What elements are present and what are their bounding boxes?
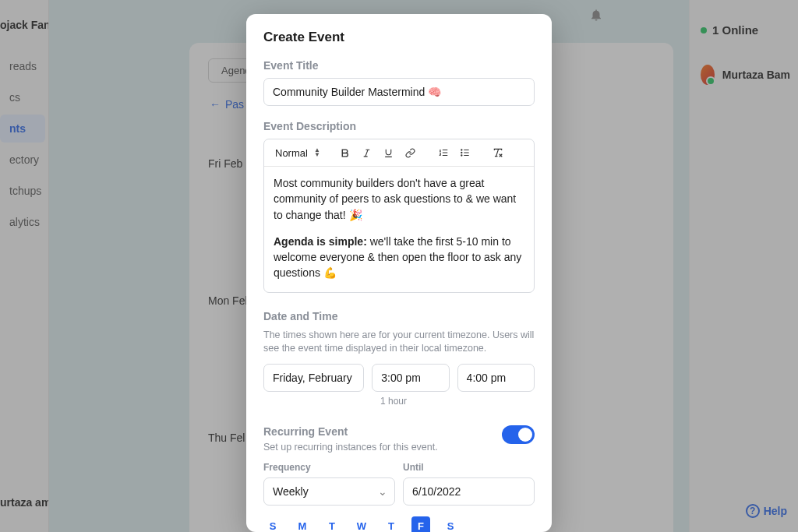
recurring-toggle[interactable] [502, 425, 535, 444]
svg-point-12 [461, 155, 462, 156]
duration-label: 1 hour [380, 396, 535, 407]
day-wed[interactable]: W [352, 516, 371, 532]
day-of-week-picker: S M T W T F S [263, 516, 535, 532]
day-sun[interactable]: S [263, 516, 282, 532]
editor-toolbar: Normal ▲▼ [264, 139, 534, 167]
svg-point-11 [461, 152, 462, 153]
italic-button[interactable] [358, 143, 376, 162]
ordered-list-button[interactable] [434, 143, 453, 162]
recurring-helper: Set up recurring instances for this even… [263, 441, 502, 455]
frequency-select[interactable]: Weekly [263, 477, 395, 506]
timezone-helper: The times shown here are for your curren… [263, 329, 535, 356]
date-time-label: Date and Time [263, 310, 535, 322]
until-date-input[interactable] [403, 477, 535, 506]
frequency-label: Frequency [263, 462, 395, 473]
bold-button[interactable] [336, 143, 355, 162]
description-paragraph: Most community builders don't have a gre… [274, 175, 524, 223]
until-label: Until [403, 462, 535, 473]
event-date-input[interactable] [263, 364, 364, 392]
day-thu[interactable]: T [382, 516, 401, 532]
create-event-modal: Create Event Event Title Event Descripti… [246, 14, 552, 532]
bullet-list-button[interactable] [456, 143, 475, 162]
day-sat[interactable]: S [441, 516, 460, 532]
sort-arrows-icon: ▲▼ [314, 148, 320, 157]
underline-button[interactable] [380, 143, 398, 162]
day-tue[interactable]: T [323, 516, 341, 532]
event-description-label: Event Description [263, 120, 535, 132]
link-button[interactable] [401, 143, 420, 162]
rich-text-editor: Normal ▲▼ Most community builders don't … [263, 139, 535, 293]
event-title-input[interactable] [263, 78, 535, 106]
start-time-input[interactable] [372, 364, 449, 392]
format-select[interactable]: Normal ▲▼ [270, 146, 325, 159]
day-mon[interactable]: M [293, 516, 312, 532]
editor-content[interactable]: Most community builders don't have a gre… [264, 167, 534, 292]
svg-line-2 [365, 150, 368, 157]
description-paragraph: Agenda is simple: we'll take the first 5… [274, 234, 524, 281]
recurring-label: Recurring Event [263, 425, 502, 438]
event-title-label: Event Title [263, 59, 535, 72]
modal-title: Create Event [263, 30, 535, 45]
end-time-input[interactable] [457, 364, 535, 392]
clear-format-button[interactable] [489, 143, 507, 162]
svg-point-10 [461, 150, 462, 150]
day-fri[interactable]: F [411, 516, 430, 532]
